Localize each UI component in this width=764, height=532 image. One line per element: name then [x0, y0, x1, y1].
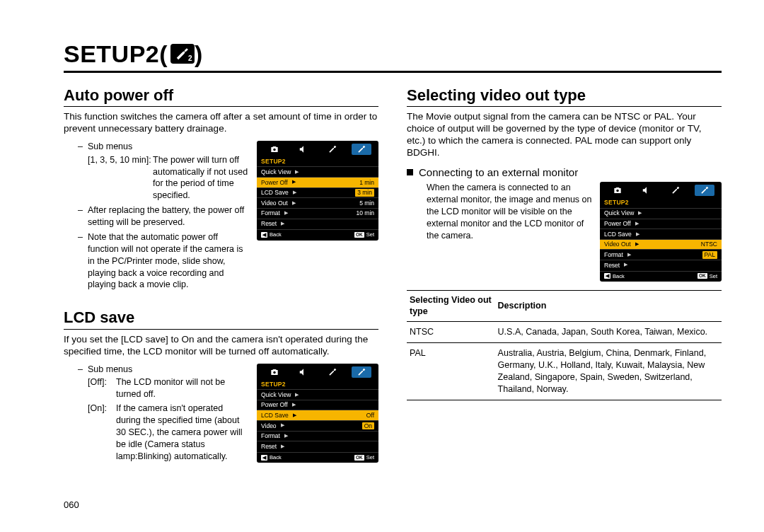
page-title: SETUP2( 2 )	[64, 39, 722, 73]
th-type: Selecting Video out type	[407, 291, 495, 322]
camera-icon	[608, 185, 627, 196]
intro-auto-power-off: This function switches the camera off af…	[64, 111, 378, 135]
submenu-block-2: –Sub menus [Off]: The LCD monitor will n…	[78, 364, 250, 463]
wrench2-icon	[695, 185, 714, 196]
svg-point-1	[273, 371, 276, 374]
heading-lcd-save: LCD save	[64, 308, 378, 330]
camera-icon	[265, 144, 284, 155]
submenu-block-1: –Sub menus [1, 3, 5, 10 min]: The power …	[78, 141, 250, 293]
lcd-header: SETUP2	[257, 157, 378, 167]
heading-video-out: Selecting video out type	[407, 86, 722, 108]
sound-icon	[294, 144, 313, 155]
lcd-header: SETUP2	[600, 198, 722, 208]
note-battery: After replacing the battery, the power o…	[88, 204, 250, 229]
sound-icon	[294, 366, 313, 378]
note-exception: Note that the automatic power off functi…	[88, 231, 250, 291]
on-key: [On]:	[88, 403, 116, 462]
page-number: 060	[64, 499, 79, 511]
lcd-screenshot-lcdsave: SETUP2 Quick View▶ Power Off▶ LCD Save▶O…	[257, 364, 378, 463]
svg-point-0	[273, 149, 276, 151]
camera-icon	[265, 366, 284, 378]
video-type-table: Selecting Video out type Description NTS…	[407, 290, 722, 400]
table-row: NTSC U.S.A, Canada, Japan, South Korea, …	[407, 322, 722, 343]
wrench1-icon	[323, 366, 342, 378]
wrench-icon: 2	[170, 44, 195, 64]
wrench1-icon	[666, 185, 685, 196]
wrench2-icon	[352, 144, 371, 155]
off-key: [Off]:	[88, 376, 116, 400]
right-column: Selecting video out type The Movie outpu…	[407, 83, 722, 463]
wrench1-icon	[323, 144, 342, 155]
wrench2-icon	[352, 366, 371, 378]
intro-video-out: The Movie output signal from the camera …	[407, 111, 722, 159]
lcd-screenshot-poweroff: SETUP2 Quick View▶ Power Off▶1 min LCD S…	[257, 141, 378, 241]
left-column: Auto power off This function switches th…	[64, 83, 378, 463]
off-val: The LCD monitor will not be turned off.	[116, 376, 250, 400]
title-suffix: )	[195, 39, 203, 69]
intro-lcd-save: If you set the [LCD save] to On and the …	[64, 334, 378, 358]
lcd-screenshot-video: SETUP2 Quick View▶ Power Off▶ LCD Save▶ …	[600, 182, 722, 282]
on-val: If the camera isn't operated during the …	[116, 403, 250, 462]
svg-point-2	[616, 190, 619, 192]
square-bullet-icon	[407, 169, 413, 175]
table-row: PAL Australia, Austria, Belgium, China, …	[407, 343, 722, 400]
sub-label: Sub menus	[88, 141, 132, 153]
bullet-connecting: Connecting to an external monitor	[419, 166, 578, 180]
heading-auto-power-off: Auto power off	[64, 86, 378, 108]
opt-key: [1, 3, 5, 10 min]:	[88, 154, 153, 202]
bullet-body: When the camera is connected to an exter…	[427, 182, 593, 241]
sound-icon	[637, 185, 656, 196]
th-desc: Description	[495, 291, 722, 322]
icon-subscript: 2	[188, 54, 192, 64]
sub-label-2: Sub menus	[88, 364, 132, 376]
title-prefix: SETUP2(	[64, 39, 168, 69]
lcd-header: SETUP2	[257, 380, 378, 390]
opt-val: The power will turn off automatically if…	[153, 154, 250, 202]
